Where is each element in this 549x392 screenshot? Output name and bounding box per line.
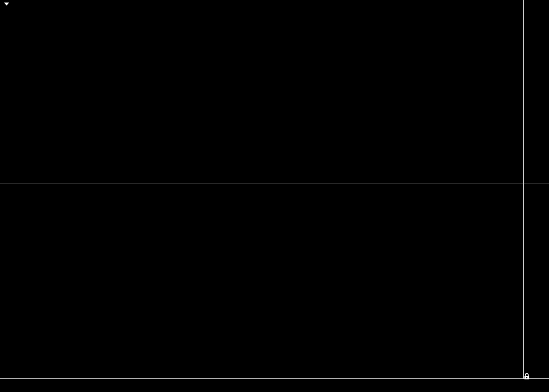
chart-info-bar[interactable] [3,2,13,6]
time-axis-separator-line [0,378,549,379]
indicator-values-bar [2,185,523,192]
price-axis-border-line[interactable] [523,0,524,379]
mt4-chart-window [0,0,549,392]
indicator-separator-line[interactable] [0,184,549,184]
padlock-icon[interactable] [524,373,530,380]
triangle-down-icon[interactable] [4,3,9,6]
